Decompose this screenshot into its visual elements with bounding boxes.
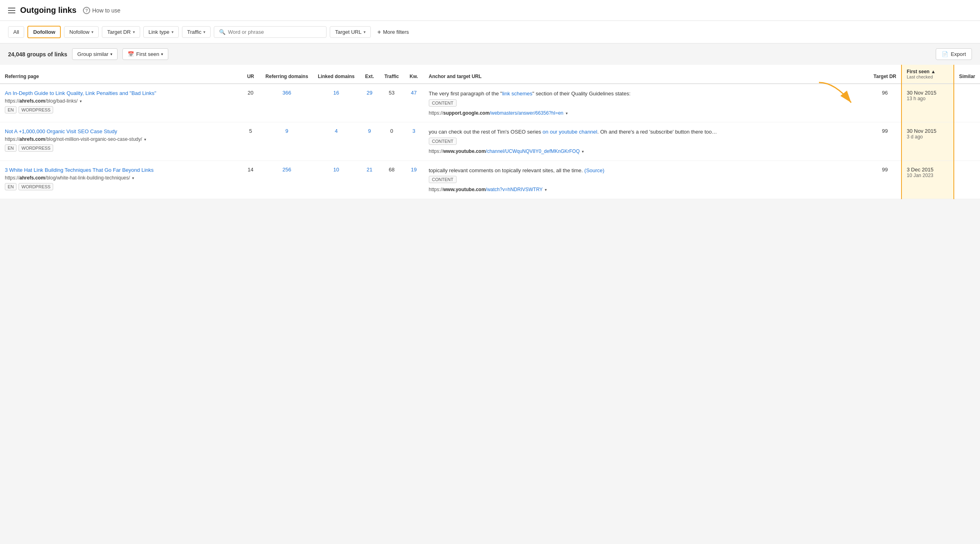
col-traffic: Traffic xyxy=(380,65,404,84)
search-input[interactable] xyxy=(228,29,321,35)
anchor-target-cell: topically relevant comments on topically… xyxy=(424,161,869,199)
outgoing-links-table: Referring page UR Referring domains Link… xyxy=(0,65,980,199)
filter-all-button[interactable]: All xyxy=(8,26,24,38)
col-first-seen[interactable]: First seen ▲ Last checked xyxy=(901,65,954,84)
anchor-link[interactable]: (Source) xyxy=(584,167,604,173)
first-seen-cell: 3 Dec 2015 10 Jan 2023 xyxy=(901,161,954,199)
referring-page-cell: Not A +1,000,000 Organic Visit SEO Case … xyxy=(0,122,240,161)
more-filters-button[interactable]: + More filters xyxy=(374,26,412,38)
referring-page-link[interactable]: Not A +1,000,000 Organic Visit SEO Case … xyxy=(5,128,117,134)
target-dr-cell: 99 xyxy=(869,122,901,161)
referring-page-link[interactable]: 3 White Hat Link Building Techniques Tha… xyxy=(5,167,154,173)
referring-page-cell: 3 White Hat Link Building Techniques Tha… xyxy=(0,161,240,199)
url-dropdown-icon[interactable]: ▾ xyxy=(132,176,134,180)
tag-en: EN xyxy=(5,144,17,152)
menu-icon[interactable] xyxy=(8,8,15,13)
export-button[interactable]: 📄 Export xyxy=(936,48,972,60)
col-ext: Ext. xyxy=(360,65,380,84)
col-ur: UR xyxy=(240,65,261,84)
traffic-cell: 53 xyxy=(380,84,404,122)
traffic-chevron-icon: ▾ xyxy=(203,30,205,34)
table-row: Not A +1,000,000 Organic Visit SEO Case … xyxy=(0,122,980,161)
search-box[interactable]: 🔍 xyxy=(214,26,327,38)
content-badge: CONTENT xyxy=(429,138,457,145)
tag-en: EN xyxy=(5,183,17,190)
filter-dofollow-button[interactable]: Dofollow xyxy=(27,26,61,38)
target-url-chevron-icon: ▾ xyxy=(364,30,366,34)
url-dropdown-icon[interactable]: ▾ xyxy=(80,99,82,103)
filter-bar: All Dofollow Nofollow ▾ Target DR ▾ Link… xyxy=(0,21,980,43)
how-to-use-link[interactable]: ? How to use xyxy=(83,7,120,14)
link-type-chevron-icon: ▾ xyxy=(172,30,174,34)
group-similar-button[interactable]: Group similar ▾ xyxy=(72,48,118,60)
traffic-cell: 68 xyxy=(380,161,404,199)
anchor-link[interactable]: link schemes xyxy=(502,91,532,97)
target-url: https://www.youtube.com/watch?v=hNDRIVSW… xyxy=(429,186,864,193)
tag-en: EN xyxy=(5,106,17,113)
similar-cell xyxy=(954,84,980,122)
first-seen-cell: 30 Nov 2015 13 h ago xyxy=(901,84,954,122)
anchor-link[interactable]: on our youtube channel xyxy=(543,129,598,135)
target-url-dropdown-icon[interactable]: ▾ xyxy=(566,111,568,115)
ur-cell: 5 xyxy=(240,122,261,161)
ext-cell: 29 xyxy=(360,84,380,122)
help-icon: ? xyxy=(83,7,90,14)
calendar-icon: 📅 xyxy=(128,51,134,57)
referring-page-url: https://ahrefs.com/blog/white-hat-link-b… xyxy=(5,175,236,181)
referring-page-url: https://ahrefs.com/blog/not-million-visi… xyxy=(5,136,236,142)
filter-link-type-button[interactable]: Link type ▾ xyxy=(143,26,179,38)
referring-page-cell: An In-Depth Guide to Link Quality, Link … xyxy=(0,84,240,122)
similar-cell xyxy=(954,122,980,161)
first-seen-chevron-icon: ▾ xyxy=(161,52,163,56)
url-dropdown-icon[interactable]: ▾ xyxy=(144,137,146,142)
tags: EN WORDPRESS xyxy=(5,144,236,152)
linked-domains-cell: 16 xyxy=(313,84,359,122)
group-similar-chevron-icon: ▾ xyxy=(110,52,112,56)
anchor-text: you can check out the rest of Tim's OSEO… xyxy=(429,128,864,136)
col-referring-domains: Referring domains xyxy=(261,65,313,84)
col-target-dr: Target DR xyxy=(869,65,901,84)
plus-icon: + xyxy=(377,29,381,36)
first-seen-cell: 30 Nov 2015 3 d ago xyxy=(901,122,954,161)
export-icon: 📄 xyxy=(942,51,948,57)
how-to-use-label: How to use xyxy=(92,7,120,14)
main-table-container: Referring page UR Referring domains Link… xyxy=(0,65,980,199)
filter-traffic-button[interactable]: Traffic ▾ xyxy=(182,26,211,38)
referring-domains-cell: 366 xyxy=(261,84,313,122)
target-url-dropdown-icon[interactable]: ▾ xyxy=(582,149,584,154)
kw-cell: 47 xyxy=(404,84,424,122)
filter-target-dr-button[interactable]: Target DR ▾ xyxy=(102,26,140,38)
col-anchor-target: Anchor and target URL xyxy=(424,65,869,84)
tag-wordpress: WORDPRESS xyxy=(19,106,53,113)
col-linked-domains: Linked domains xyxy=(313,65,359,84)
col-referring-page: Referring page xyxy=(0,65,240,84)
target-dr-cell: 99 xyxy=(869,161,901,199)
target-url: https://www.youtube.com/channel/UCWquNQV… xyxy=(429,148,864,155)
target-url-dropdown-icon[interactable]: ▾ xyxy=(545,188,547,192)
filter-nofollow-button[interactable]: Nofollow ▾ xyxy=(64,26,99,38)
page-title: Outgoing links xyxy=(20,6,76,15)
target-url: https://support.google.com/webmasters/an… xyxy=(429,110,864,117)
content-badge: CONTENT xyxy=(429,176,457,183)
anchor-target-cell: you can check out the rest of Tim's OSEO… xyxy=(424,122,869,161)
linked-domains-cell: 4 xyxy=(313,122,359,161)
anchor-text: topically relevant comments on topically… xyxy=(429,167,864,175)
tags: EN WORDPRESS xyxy=(5,183,236,190)
tags: EN WORDPRESS xyxy=(5,106,236,113)
ur-cell: 20 xyxy=(240,84,261,122)
search-icon: 🔍 xyxy=(219,29,225,35)
ext-cell: 9 xyxy=(360,122,380,161)
col-kw: Kw. xyxy=(404,65,424,84)
table-row: 3 White Hat Link Building Techniques Tha… xyxy=(0,161,980,199)
filter-target-url-button[interactable]: Target URL ▾ xyxy=(330,26,371,38)
table-row: An In-Depth Guide to Link Quality, Link … xyxy=(0,84,980,122)
referring-page-link[interactable]: An In-Depth Guide to Link Quality, Link … xyxy=(5,90,156,96)
tag-wordpress: WORDPRESS xyxy=(19,183,53,190)
referring-page-url: https://ahrefs.com/blog/bad-links/ ▾ xyxy=(5,98,236,104)
kw-cell: 19 xyxy=(404,161,424,199)
kw-cell: 3 xyxy=(404,122,424,161)
nofollow-chevron-icon: ▾ xyxy=(91,30,93,34)
toolbar: 24,048 groups of links Group similar ▾ 📅… xyxy=(0,43,980,65)
similar-cell xyxy=(954,161,980,199)
first-seen-button[interactable]: 📅 First seen ▾ xyxy=(122,48,168,60)
